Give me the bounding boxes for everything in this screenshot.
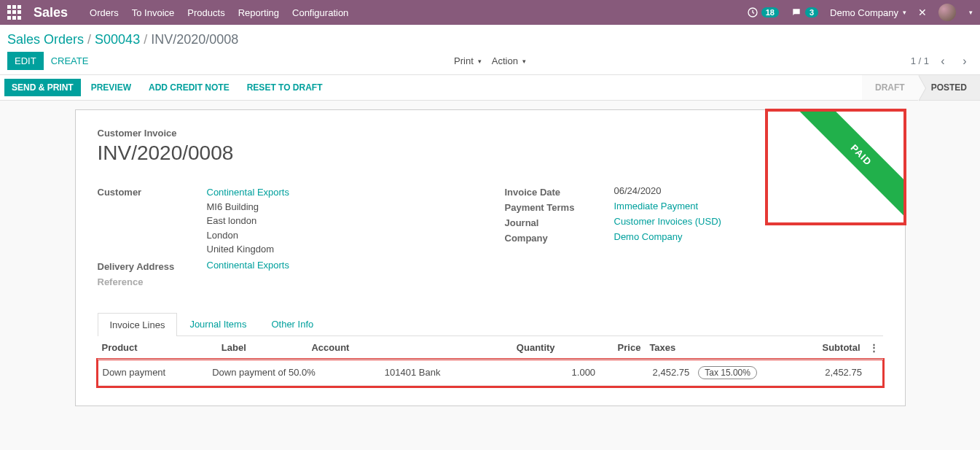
company-link[interactable]: Demo Company: [614, 231, 683, 242]
tax-chip: Tax 15.00%: [698, 366, 757, 379]
chat-icon: [791, 7, 802, 18]
customer-addr4: United Kingdom: [207, 242, 476, 257]
activity-count: 18: [761, 7, 779, 18]
close-icon[interactable]: ✕: [918, 7, 927, 18]
invoice-subtitle: Customer Invoice: [98, 128, 883, 139]
tab-invoice-lines[interactable]: Invoice Lines: [98, 313, 178, 336]
message-count: 3: [805, 7, 818, 18]
col-kebab-icon[interactable]: ⋮: [865, 336, 883, 360]
label-customer: Customer: [98, 185, 207, 198]
col-label: Label: [217, 336, 307, 360]
cell-label: Down payment of 50.0%: [208, 360, 380, 386]
customer-link[interactable]: Continental Exports: [207, 185, 476, 200]
customer-addr1: MI6 Building: [207, 200, 476, 214]
status-posted: POSTED: [918, 75, 980, 100]
cell-account: 101401 Bank: [380, 360, 522, 386]
col-price: Price: [560, 336, 646, 360]
line-row-highlight: Down payment Down payment of 50.0% 10140…: [96, 358, 885, 388]
cell-product: Down payment: [98, 360, 208, 386]
table-row[interactable]: Down payment Down payment of 50.0% 10140…: [98, 359, 883, 388]
avatar[interactable]: [938, 4, 956, 21]
form-sheet: PAID Customer Invoice INV/2020/0008 Cust…: [75, 109, 906, 406]
apps-icon[interactable]: [7, 5, 22, 20]
customer-addr3: London: [207, 228, 476, 243]
menu-orders[interactable]: Orders: [90, 7, 119, 18]
caret-icon: ▾: [903, 9, 906, 16]
tab-other-info[interactable]: Other Info: [259, 312, 326, 335]
action-dropdown[interactable]: Action▾: [492, 55, 526, 66]
company-name: Demo Company: [830, 7, 898, 18]
col-taxes: Taxes: [645, 336, 739, 360]
payment-terms-link[interactable]: Immediate Payment: [614, 201, 699, 212]
print-dropdown[interactable]: Print▾: [454, 55, 482, 66]
menu-configuration[interactable]: Configuration: [292, 7, 348, 18]
cell-price: 2,452.75: [600, 360, 694, 386]
company-selector[interactable]: Demo Company ▾: [830, 7, 906, 18]
edit-button[interactable]: EDIT: [7, 52, 44, 70]
preview-button[interactable]: PREVIEW: [84, 79, 138, 96]
breadcrumb-root[interactable]: Sales Orders: [7, 32, 84, 47]
label-company: Company: [505, 231, 614, 244]
customer-addr2: East london: [207, 214, 476, 228]
breadcrumb-current: INV/2020/0008: [151, 32, 238, 47]
app-brand: Sales: [34, 5, 68, 20]
pager-prev[interactable]: ‹: [935, 53, 951, 69]
label-payment-terms: Payment Terms: [505, 201, 614, 213]
create-button[interactable]: CREATE: [44, 52, 96, 70]
col-quantity: Quantity: [433, 336, 560, 360]
cell-subtotal: 2,452.75: [788, 360, 866, 386]
send-print-button[interactable]: SEND & PRINT: [4, 79, 81, 96]
user-caret: ▾: [969, 9, 973, 16]
tab-journal-items[interactable]: Journal Items: [177, 312, 259, 335]
col-subtotal: Subtotal: [739, 336, 864, 360]
col-product: Product: [98, 336, 217, 360]
activity-indicator[interactable]: 18: [747, 7, 779, 18]
menu-reporting[interactable]: Reporting: [238, 7, 279, 18]
label-delivery: Delivery Address: [98, 260, 207, 272]
breadcrumb-order[interactable]: S00043: [95, 32, 140, 47]
status-draft: DRAFT: [862, 75, 918, 100]
delivery-link[interactable]: Continental Exports: [207, 260, 289, 271]
messaging-indicator[interactable]: 3: [791, 7, 818, 18]
clock-icon: [747, 7, 758, 18]
reset-draft-button[interactable]: RESET TO DRAFT: [240, 79, 330, 96]
menu-to-invoice[interactable]: To Invoice: [132, 7, 175, 18]
invoice-lines-table: Product Label Account Quantity Price Tax…: [98, 336, 883, 388]
menu-products[interactable]: Products: [187, 7, 224, 18]
pager-text: 1 / 1: [911, 55, 929, 66]
cell-quantity: 1.000: [522, 360, 600, 386]
breadcrumb: Sales Orders / S00043 / INV/2020/0008: [7, 32, 238, 47]
tabs: Invoice Lines Journal Items Other Info: [98, 312, 883, 336]
label-journal: Journal: [505, 216, 614, 228]
label-invoice-date: Invoice Date: [505, 185, 614, 198]
statusbar: SEND & PRINT PREVIEW ADD CREDIT NOTE RES…: [0, 74, 980, 101]
nav-menu: Orders To Invoice Products Reporting Con…: [90, 7, 747, 18]
invoice-title: INV/2020/0008: [98, 141, 883, 165]
col-account: Account: [307, 336, 432, 360]
label-reference: Reference: [98, 275, 207, 287]
journal-link[interactable]: Customer Invoices (USD): [614, 216, 721, 227]
topbar: Sales Orders To Invoice Products Reporti…: [0, 0, 980, 25]
invoice-date-value: 06/24/2020: [614, 185, 883, 196]
pager-next[interactable]: ›: [957, 53, 973, 69]
credit-note-button[interactable]: ADD CREDIT NOTE: [141, 79, 237, 96]
